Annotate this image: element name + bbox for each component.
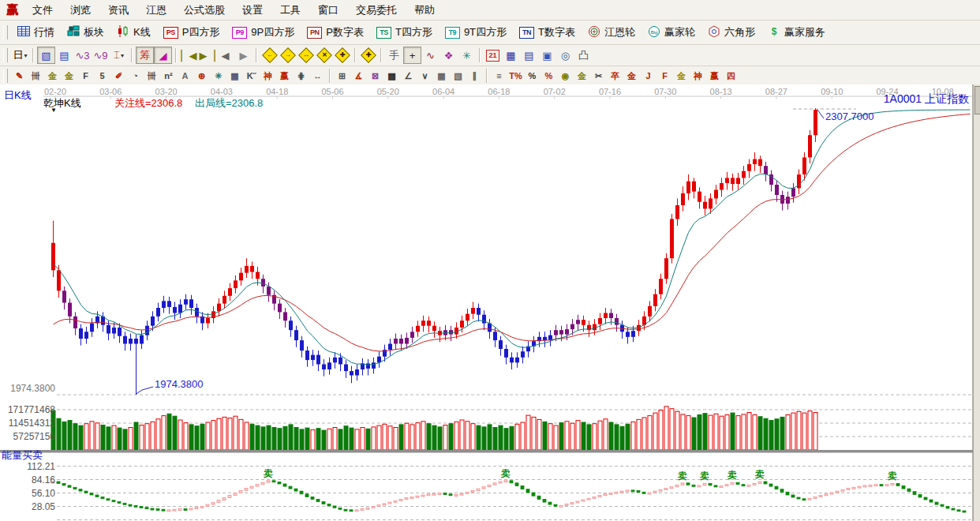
toolbar-p-number-table[interactable]: PNP数字表 (301, 22, 370, 43)
menu-item-browse[interactable]: 浏览 (62, 1, 99, 20)
toolbar-print[interactable]: 凸 (574, 47, 593, 64)
toolbar-next-bar[interactable]: ▶ (234, 47, 252, 64)
draw-tool-ying-angle[interactable]: 赢 (706, 69, 723, 84)
toolbar-gann-wheel[interactable]: 江恩轮 (582, 22, 641, 43)
draw-tool-fan-lines[interactable]: ∡ (350, 69, 367, 84)
toolbar-quote-board[interactable]: ▤ (55, 47, 73, 64)
draw-tool-percent-tool[interactable]: % (524, 69, 540, 84)
draw-tool-gann-web[interactable]: ▦ (226, 69, 243, 84)
toolbar-pattern-tool[interactable]: ❖ (440, 47, 458, 64)
chart-canvas[interactable]: 02-2003-0603-2004-0304-1805-0605-2006-04… (0, 84, 980, 521)
toolbar-zoom-horizontal-button[interactable]: ↔ (297, 47, 315, 64)
draw-tool-measure-123[interactable]: ⋕ (293, 69, 309, 84)
toolbar-candle-style[interactable]: ⌶▾ (110, 47, 128, 64)
toolbar-compress-view-button[interactable]: ✕ (315, 47, 333, 64)
toolbar-polyline-tool[interactable]: ∿ (421, 47, 440, 64)
draw-tool-si-angle[interactable]: 四 (723, 69, 739, 84)
menu-item-gann[interactable]: 江恩 (137, 1, 175, 20)
toolbar-calendar[interactable]: 21 (484, 47, 502, 64)
draw-tool-fibonacci-ruler[interactable]: F (77, 69, 94, 84)
draw-tool-gold-lines[interactable]: 金 (574, 69, 590, 84)
toolbar-wave-9[interactable]: ∿9 (92, 47, 110, 64)
draw-tool-angle-lines[interactable]: ∠ (400, 69, 417, 84)
toolbar-p-square[interactable]: PSP四方形 (157, 22, 226, 43)
draw-tool-gold-ruler-a[interactable]: 金 (44, 69, 61, 84)
toolbar-hand-tool[interactable]: 手 (385, 47, 403, 64)
toolbar-kline[interactable]: K线 (110, 22, 157, 43)
menu-item-news[interactable]: 资讯 (99, 1, 137, 20)
toolbar-9p-square[interactable]: P99P四方形 (226, 22, 301, 43)
toolbar-save[interactable]: ▣ (538, 47, 556, 64)
toolbar-t-number-table[interactable]: TNT数字表 (513, 22, 582, 43)
toolbar-period-daily[interactable]: 日▾ (11, 47, 29, 64)
scrollbar-thumb[interactable] (974, 86, 980, 114)
draw-tool-shen-tool[interactable]: 神 (260, 69, 276, 84)
draw-tool-span-measure[interactable]: ↔ (309, 69, 326, 84)
draw-tool-price-ruler[interactable]: 卌 (144, 69, 160, 84)
toolbar-hexagon[interactable]: 六角形 (701, 22, 761, 43)
toolbar-volume-profile[interactable]: ◢ (154, 47, 172, 64)
toolbar-t-square[interactable]: TST四方形 (370, 22, 439, 43)
menu-item-help[interactable]: 帮助 (406, 1, 443, 20)
draw-tool-zu-marker[interactable]: 卒 (607, 69, 623, 84)
overlay-indicator-label[interactable]: 乾坤K线 (43, 98, 81, 109)
toolbar-chip-distribution[interactable]: 筹 (136, 47, 154, 64)
toolbar-quotes[interactable]: 行情 (11, 22, 61, 43)
draw-tool-gann-star[interactable]: ✳ (210, 69, 226, 84)
draw-tool-gold-circle[interactable]: ◉ (557, 69, 574, 84)
draw-tool-k-mark[interactable]: K˝ (243, 69, 260, 84)
toolbar-web-export[interactable]: ◎ (556, 47, 574, 64)
menu-item-settings[interactable]: 设置 (234, 1, 271, 20)
draw-tool-shen-angle[interactable]: 神 (690, 69, 706, 84)
draw-tool-gold-ruler-b[interactable]: 金 (61, 69, 77, 84)
toolbar-move-view-button[interactable]: ✚ (359, 47, 377, 64)
toolbar-sectors[interactable]: 板块 (61, 22, 110, 43)
menu-item-tools[interactable]: 工具 (271, 1, 309, 20)
toolbar-last-bar[interactable]: ▶▕ (198, 47, 216, 64)
draw-tool-t-percent[interactable]: T% (507, 69, 524, 84)
overlay-dropdown-caret[interactable]: ▼ (50, 107, 57, 114)
draw-tool-grid-b[interactable]: ▧ (450, 69, 466, 84)
menu-item-window[interactable]: 窗口 (309, 1, 347, 20)
draw-tool-ying-tool[interactable]: 赢 (276, 69, 293, 84)
draw-tool-gann-circle[interactable]: ⊕ (193, 69, 210, 84)
toolbar-shift-left-button[interactable]: ← (260, 47, 279, 64)
draw-tool-f-angle[interactable]: F (656, 69, 673, 84)
draw-tool-x-box[interactable]: ⊠ (367, 69, 383, 84)
menu-item-file[interactable]: 文件 (24, 1, 62, 20)
draw-tool-parallel-lines[interactable]: ∥ (466, 69, 483, 84)
toolbar-crosshair-tool[interactable]: + (403, 47, 421, 64)
draw-tool-square-of-nine[interactable]: n² (160, 69, 177, 84)
toolbar-shift-right-button[interactable]: → (279, 47, 297, 64)
draw-tool-pen-tool[interactable]: ✎ (11, 69, 28, 84)
panel-type-label[interactable]: 日K线 (4, 90, 32, 101)
toolbar-pane-layout[interactable]: ▧ (37, 47, 55, 64)
draw-tool-gold-angle-2[interactable]: 金 (673, 69, 690, 84)
menu-item-trade-order[interactable]: 交易委托 (347, 1, 406, 20)
toolbar-first-bar[interactable]: ▏◀ (180, 47, 198, 64)
chart-scrollbar[interactable] (973, 84, 980, 521)
draw-tool-time-cycle[interactable]: ◔ (127, 69, 144, 84)
toolbar-notes[interactable]: ▤ (520, 47, 538, 64)
toolbar-wave-3[interactable]: ∿3 (73, 47, 92, 64)
draw-tool-gann-ruler[interactable]: 卌 (28, 69, 44, 84)
toolbar-winner-service[interactable]: $赢家服务 (761, 22, 832, 43)
draw-tool-text-annotation[interactable]: A (177, 69, 193, 84)
draw-tool-cut-tool[interactable]: ✂ (590, 69, 607, 84)
draw-tool-gold-angle[interactable]: 金 (623, 69, 640, 84)
draw-tool-percent-lines[interactable]: % (540, 69, 557, 84)
toolbar-prev-bar[interactable]: ◀ (216, 47, 234, 64)
toolbar-calculator[interactable]: ▦ (502, 47, 520, 64)
draw-tool-j-angle[interactable]: J (640, 69, 656, 84)
draw-tool-stats-panel[interactable]: ≡ (491, 69, 507, 84)
draw-tool-eraser[interactable]: ✐ (110, 69, 127, 84)
toolbar-winner-wheel[interactable]: Big赢家轮 (641, 22, 701, 43)
draw-tool-spiral-ruler[interactable]: 5 (94, 69, 110, 84)
draw-tool-shaded-box[interactable]: ▩ (383, 69, 400, 84)
draw-tool-grid-a[interactable]: ▦ (433, 69, 450, 84)
draw-tool-v-lines[interactable]: ∨ (417, 69, 433, 84)
toolbar-script-tool[interactable]: ✳ (458, 47, 476, 64)
draw-tool-box-tool[interactable]: ⊞ (334, 69, 350, 84)
toolbar-9t-square[interactable]: T99T四方形 (439, 22, 513, 43)
menu-item-formula-stock-pick[interactable]: 公式选股 (175, 1, 234, 20)
